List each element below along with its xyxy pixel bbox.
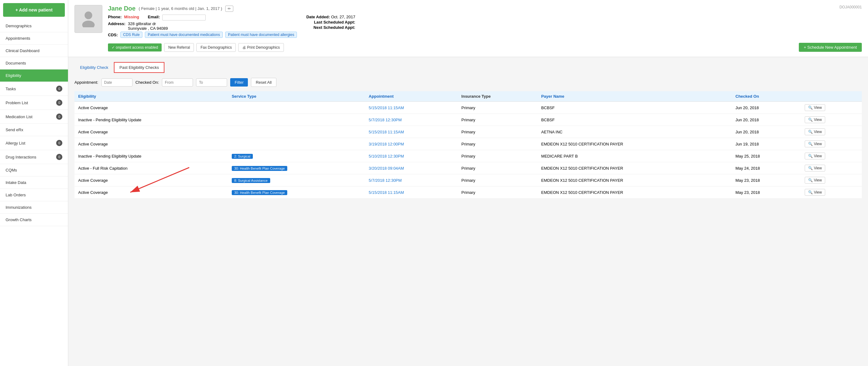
add-patient-button[interactable]: + Add new patient [3,3,65,17]
view-cell: 🔍 View [801,138,862,150]
tab-eligibility-check[interactable]: Eligibility Check [74,62,114,73]
view-button[interactable]: 🔍 View [805,141,825,147]
sidebar-badge: 0 [56,99,62,106]
sidebar-item-cqms[interactable]: CQMs [0,164,68,177]
service-type: 30: Health Benefit Plan Coverage [228,186,365,199]
filter-button[interactable]: Filter [230,78,248,87]
appointment-link[interactable]: 5/7/2018 12:30PM [365,174,458,186]
sidebar-item-medication-list[interactable]: Medication List0 [0,110,68,124]
view-button[interactable]: 🔍 View [805,189,825,196]
email-field[interactable] [162,14,206,21]
schedule-appointment-button[interactable]: + Schedule New Appointment [799,43,862,52]
view-button[interactable]: 🔍 View [805,116,825,123]
patient-info: Jane Doe ( Female | 1 year, 6 months old… [108,5,862,52]
sidebar-item-tasks[interactable]: Tasks0 [0,82,68,96]
eligibility-status: Active Coverage [74,102,228,114]
insurance-type: Primary [458,150,537,162]
sidebar-item-clinical-dashboard[interactable]: Clinical Dashboard [0,45,68,57]
checked-on: Jun 20, 2018 [732,126,801,138]
sidebar-item-demographics[interactable]: Demographics [0,20,68,32]
sidebar-item-growth-charts[interactable]: Growth Charts [0,214,68,226]
cds-tag-rule[interactable]: CDS Rule [120,32,143,38]
checked-on: May 23, 2018 [732,174,801,186]
sidebar-item-immunizations[interactable]: Immunizations [0,201,68,214]
sidebar-item-label: Lab Orders [6,193,26,197]
action-row: ✓ onpatient access enabled New Referral … [108,43,862,52]
date-added-value: Oct. 27, 2017 [331,14,355,19]
service-badge: 2: Surgical [232,154,253,159]
sidebar-item-lab-orders[interactable]: Lab Orders [0,189,68,201]
sidebar-item-problem-list[interactable]: Problem List0 [0,96,68,110]
service-badge: 30: Health Benefit Plan Coverage [232,190,287,195]
view-cell: 🔍 View [801,102,862,114]
view-button[interactable]: 🔍 View [805,153,825,159]
cds-tag-allergies[interactable]: Patient must have documented allergies [225,32,297,38]
table-col-insurance-type: Insurance Type [458,91,537,102]
table-body: Active Coverage5/15/2018 11:15AMPrimaryB… [74,102,862,199]
email-label: Email: [148,14,160,21]
table-row: Active Coverage3/19/2018 12:00PMPrimaryE… [74,138,862,150]
eligibility-tabs: Eligibility Check Past Eligibility Check… [74,62,862,73]
service-type [228,102,365,114]
address-line1: 328 gilbraltar dr [128,22,168,26]
service-badge: 8: Surgical Assistance [232,178,270,183]
sidebar-item-label: Intake Data [6,180,26,185]
edit-patient-button[interactable]: ✏ [225,6,233,12]
patient-header: Jane Doe ( Female | 1 year, 6 months old… [68,0,868,57]
eligibility-status: Active - Full Risk Capitation [74,162,228,174]
appointment-link[interactable]: 5/10/2018 12:30PM [365,150,458,162]
print-demographics-button[interactable]: 🖨 Print Demographics [238,43,284,52]
appointment-link[interactable]: 3/20/2018 09:04AM [365,162,458,174]
appointment-link[interactable]: 5/15/2018 11:15AM [365,102,458,114]
checked-on-to-input[interactable] [196,79,227,87]
appointment-date-input[interactable] [101,79,132,87]
view-cell: 🔍 View [801,126,862,138]
view-button[interactable]: 🔍 View [805,177,825,184]
checked-on: Jun 20, 2018 [732,114,801,126]
table-header: EligibilityService TypeAppointmentInsura… [74,91,862,102]
phone-label: Phone: [108,14,122,21]
view-button[interactable]: 🔍 View [805,104,825,111]
insurance-type: Primary [458,114,537,126]
service-type [228,138,365,150]
sidebar-item-appointments[interactable]: Appointments [0,32,68,45]
new-referral-button[interactable]: New Referral [164,43,194,52]
sidebar-item-allergy-list[interactable]: Allergy List0 [0,136,68,150]
svg-point-1 [82,21,95,27]
view-cell: 🔍 View [801,114,862,126]
table-col-service-type: Service Type [228,91,365,102]
sidebar-item-documents[interactable]: Documents [0,57,68,69]
sidebar-item-label: Documents [6,61,26,65]
sidebar-item-drug-interactions[interactable]: Drug Interactions0 [0,150,68,164]
checked-on-label: Checked On: [135,80,159,85]
view-button[interactable]: 🔍 View [805,165,825,172]
cds-tag-medications[interactable]: Patient must have documented medications [145,32,223,38]
checked-on-from-input[interactable] [162,79,193,87]
table-col-eligibility: Eligibility [74,91,228,102]
sidebar-item-label: Eligibility [6,73,22,78]
view-cell: 🔍 View [801,186,862,199]
sidebar-item-intake-data[interactable]: Intake Data [0,177,68,189]
cds-label: CDS: [108,33,118,37]
appointment-link[interactable]: 5/15/2018 11:15AM [365,186,458,199]
tab-past-eligibility-checks[interactable]: Past Eligibility Checks [114,62,164,73]
onpatient-access-button[interactable]: ✓ onpatient access enabled [108,43,162,52]
payer-name: BCBSF [537,102,732,114]
appointment-link[interactable]: 5/7/2018 12:30PM [365,114,458,126]
sidebar-item-label: Drug Interactions [6,155,36,159]
payer-name: EMDEON X12 5010 CERTIFICATION PAYER [537,162,732,174]
checked-on: Jun 20, 2018 [732,102,801,114]
sidebar-item-label: Send eRx [6,127,23,132]
appointment-link[interactable]: 5/15/2018 11:15AM [365,126,458,138]
table-col-payer-name: Payer Name [537,91,732,102]
sidebar-item-eligibility[interactable]: Eligibility [0,69,68,82]
view-button[interactable]: 🔍 View [805,128,825,135]
insurance-type: Primary [458,162,537,174]
address-line2: Sunnyvale , CA 94089 [128,26,168,31]
sidebar-item-send-erx[interactable]: Send eRx [0,124,68,136]
appointment-link[interactable]: 3/19/2018 12:00PM [365,138,458,150]
reset-all-button[interactable]: Reset All [251,78,276,87]
fax-demographics-button[interactable]: Fax Demographics [196,43,236,52]
patient-meta: ( Female | 1 year, 6 months old | Jan. 1… [139,6,222,11]
eligibility-table: EligibilityService TypeAppointmentInsura… [74,91,862,198]
